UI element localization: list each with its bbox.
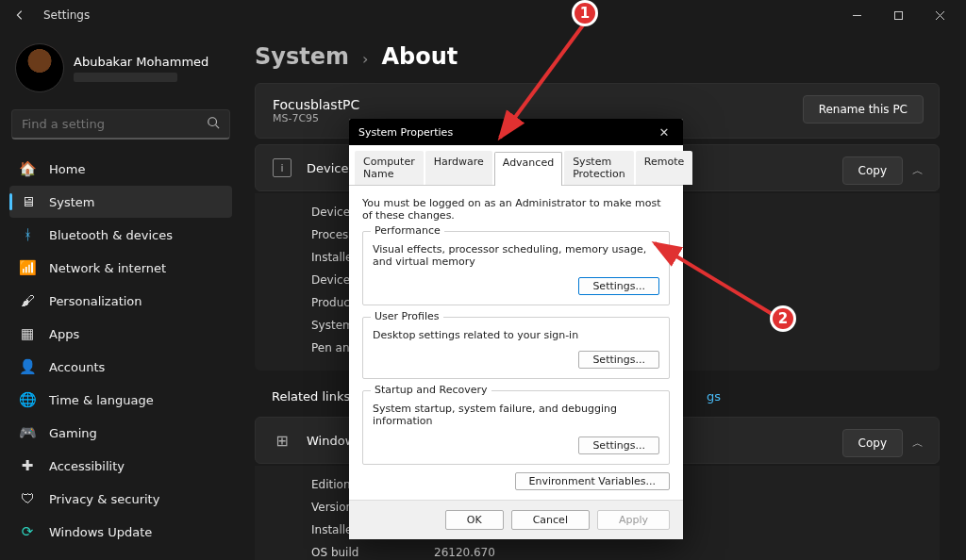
dialog-close-icon[interactable]: ✕ xyxy=(655,125,674,140)
rename-pc-button[interactable]: Rename this PC xyxy=(803,95,924,124)
maximize-button[interactable] xyxy=(877,0,919,30)
settings-button[interactable]: Settings... xyxy=(578,436,659,454)
page-title: About xyxy=(381,43,458,70)
chevron-right-icon: › xyxy=(362,50,368,68)
search-icon xyxy=(207,115,220,133)
svg-rect-0 xyxy=(894,11,902,19)
dialog-body: You must be logged on as an Administrato… xyxy=(349,186,683,500)
ok-button[interactable]: OK xyxy=(445,510,504,530)
close-button[interactable] xyxy=(919,0,960,30)
nav-item-system[interactable]: 🖥System xyxy=(9,186,232,218)
fieldset-user-profiles: User ProfilesDesktop settings related to… xyxy=(362,317,670,379)
nav-icon: 📶 xyxy=(19,259,36,276)
spec-row: OS build26120.670 xyxy=(311,541,923,560)
admin-note: You must be logged on as an Administrato… xyxy=(362,197,670,222)
sidebar: Abubakar Mohammed 🏠Home🖥SystemᚼBluetooth… xyxy=(0,30,242,560)
nav-label: Apps xyxy=(49,327,79,341)
svg-point-1 xyxy=(208,118,217,126)
profile[interactable]: Abubakar Mohammed xyxy=(9,38,232,106)
fieldset-legend: User Profiles xyxy=(371,310,443,322)
avatar xyxy=(15,43,64,92)
tab-system-protection[interactable]: System Protection xyxy=(564,151,634,185)
nav-icon: ⟳ xyxy=(19,523,36,540)
cancel-button[interactable]: Cancel xyxy=(511,510,590,530)
nav-icon: 🎮 xyxy=(19,424,36,441)
nav-icon: 🖌 xyxy=(19,292,36,309)
tab-remote[interactable]: Remote xyxy=(636,151,692,185)
nav-item-accessibility[interactable]: ✚Accessibility xyxy=(9,450,232,482)
nav-label: Accounts xyxy=(49,360,105,374)
annotation-1: 1 xyxy=(572,0,598,26)
dialog-title: System Properties xyxy=(358,126,453,139)
dialog-tabs: Computer NameHardwareAdvancedSystem Prot… xyxy=(349,145,683,186)
tab-hardware[interactable]: Hardware xyxy=(425,151,492,185)
copy-windows-button[interactable]: Copy xyxy=(842,429,903,457)
tab-advanced[interactable]: Advanced xyxy=(494,152,562,186)
minimize-button[interactable] xyxy=(836,0,877,30)
nav-item-personalization[interactable]: 🖌Personalization xyxy=(9,285,232,317)
nav-label: Privacy & security xyxy=(49,492,159,506)
fieldset-desc: Visual effects, processor scheduling, me… xyxy=(373,243,659,268)
nav-label: Accessibility xyxy=(49,459,125,473)
dialog-footer: OK Cancel Apply xyxy=(349,500,683,539)
fieldset-performance: PerformanceVisual effects, processor sch… xyxy=(362,231,670,305)
breadcrumb: System › About xyxy=(255,43,940,70)
nav-item-bluetooth-devices[interactable]: ᚼBluetooth & devices xyxy=(9,219,232,251)
fieldset-desc: Desktop settings related to your sign-in xyxy=(373,329,659,341)
nav-icon: ▦ xyxy=(19,325,36,342)
settings-button[interactable]: Settings... xyxy=(578,277,659,295)
breadcrumb-root[interactable]: System xyxy=(255,43,349,70)
chevron-up-icon: ︿ xyxy=(912,436,924,452)
windows-icon: ⊞ xyxy=(273,431,291,450)
search-box[interactable] xyxy=(11,109,230,140)
nav-label: System xyxy=(49,195,94,209)
nav-label: Network & internet xyxy=(49,261,166,275)
profile-sub-redacted xyxy=(74,73,177,82)
tab-computer-name[interactable]: Computer Name xyxy=(355,151,424,185)
nav-item-windows-update[interactable]: ⟳Windows Update xyxy=(9,516,232,548)
nav-item-accounts[interactable]: 👤Accounts xyxy=(9,351,232,383)
nav-label: Personalization xyxy=(49,294,142,308)
nav-item-privacy-security[interactable]: 🛡Privacy & security xyxy=(9,483,232,515)
nav-item-time-language[interactable]: 🌐Time & language xyxy=(9,384,232,416)
search-input[interactable] xyxy=(22,117,207,131)
nav-item-network-internet[interactable]: 📶Network & internet xyxy=(9,252,232,284)
info-icon: i xyxy=(273,158,291,177)
nav-label: Home xyxy=(49,162,85,176)
window-title: Settings xyxy=(43,8,90,22)
back-icon[interactable] xyxy=(13,8,26,22)
copy-device-button[interactable]: Copy xyxy=(842,156,903,185)
dialog-titlebar[interactable]: System Properties ✕ xyxy=(349,119,683,145)
nav-icon: ᚼ xyxy=(19,226,36,243)
nav-item-apps[interactable]: ▦Apps xyxy=(9,318,232,350)
nav-label: Bluetooth & devices xyxy=(49,228,173,242)
nav-icon: 🏠 xyxy=(19,160,36,177)
nav-item-home[interactable]: 🏠Home xyxy=(9,153,232,185)
nav-icon: 👤 xyxy=(19,358,36,375)
related-link-fragment[interactable]: gs xyxy=(707,389,721,404)
system-properties-dialog: System Properties ✕ Computer NameHardwar… xyxy=(349,119,683,539)
chevron-up-icon: ︿ xyxy=(912,163,924,179)
nav-label: Gaming xyxy=(49,426,97,440)
profile-name: Abubakar Mohammed xyxy=(74,55,208,69)
fieldset-startup-and-recovery: Startup and RecoverySystem startup, syst… xyxy=(362,390,670,465)
fieldset-legend: Startup and Recovery xyxy=(371,384,491,396)
nav-label: Windows Update xyxy=(49,525,152,539)
nav: 🏠Home🖥SystemᚼBluetooth & devices📶Network… xyxy=(9,153,232,548)
titlebar: Settings xyxy=(0,0,966,30)
fieldset-legend: Performance xyxy=(371,224,444,237)
settings-button[interactable]: Settings... xyxy=(578,351,659,369)
environment-variables-button[interactable]: Environment Variables... xyxy=(515,472,671,490)
nav-item-gaming[interactable]: 🎮Gaming xyxy=(9,417,232,449)
nav-label: Time & language xyxy=(49,393,154,407)
nav-icon: 🌐 xyxy=(19,391,36,408)
nav-icon: 🛡 xyxy=(19,490,36,507)
nav-icon: 🖥 xyxy=(19,193,36,210)
annotation-2: 2 xyxy=(770,305,796,332)
nav-icon: ✚ xyxy=(19,457,36,474)
fieldset-desc: System startup, system failure, and debu… xyxy=(373,403,659,427)
apply-button[interactable]: Apply xyxy=(597,510,670,530)
